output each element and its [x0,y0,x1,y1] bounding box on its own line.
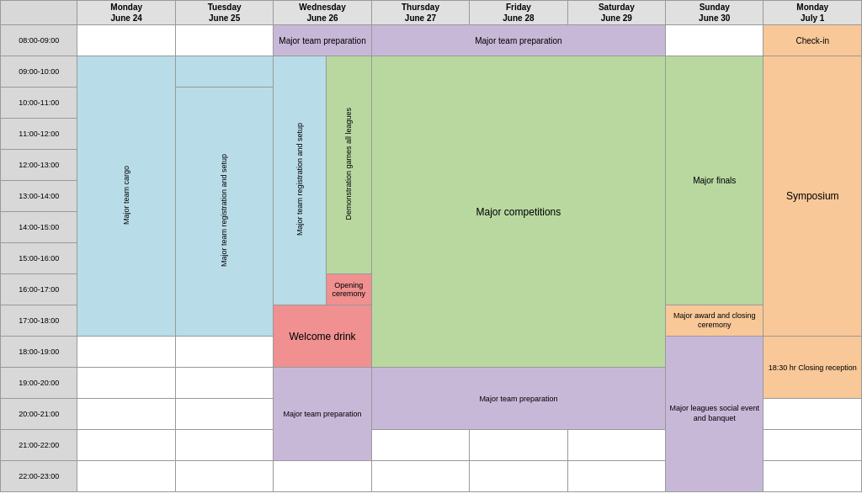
t-1700: 17:00-18:00 [1,305,77,337]
r13-fri28 [470,461,567,492]
t-2200: 22:00-23:00 [1,461,77,492]
wed-welcome-drink: Welcome drink [274,305,371,368]
t-2000: 20:00-21:00 [1,399,77,430]
t-1200: 12:00-13:00 [1,150,77,181]
hdr-mon1: Monday July 1 [764,1,862,25]
mon1-closing-rec: 18:30 hr Closing reception [764,337,862,399]
r13-thu27 [371,461,469,492]
r13-mon24 [77,461,175,492]
r9-mon24 [77,337,175,368]
r0-checkin: Check-in [764,25,862,56]
r11-mon1 [764,399,862,430]
r1-tue25-top [175,56,273,88]
r0-mon24 [77,25,175,56]
r12-sat29 [567,430,665,461]
r12-tue25 [175,430,273,461]
hdr-tue25: Tuesday June 25 [175,1,273,25]
r10-mon24 [77,368,175,399]
r13-mon1 [764,461,862,492]
wed-team-prep-late: Major team preparation [274,368,371,461]
r13-wed [274,461,371,492]
main-schedule: Monday June 24 Tuesday June 25 Wednesday… [0,0,862,492]
r0-tue25 [175,25,273,56]
r13-sat29 [567,461,665,492]
t-1300: 13:00-14:00 [1,181,77,212]
hdr-thu27: Thursday June 27 [371,1,469,25]
r12-mon24 [77,430,175,461]
tue25-reg: Major team registration and setup [175,88,273,337]
t-1500: 15:00-16:00 [1,243,77,274]
r11-mon24 [77,399,175,430]
t-2100: 21:00-22:00 [1,430,77,461]
hdr-sun30: Sunday June 30 [666,1,764,25]
hdr-mon24: Monday June 24 [77,1,175,25]
r0-wed-major-prep: Major team preparation [274,25,371,56]
corner-cell [1,1,77,25]
thu-fri-sat-prep-late: Major team preparation [371,368,665,430]
hdr-fri28: Friday June 28 [470,1,567,25]
major-competitions: Major competitions [371,56,665,368]
hdr-sat29: Saturday June 29 [567,1,665,25]
t-1800: 18:00-19:00 [1,337,77,368]
t-1600: 16:00-17:00 [1,274,77,305]
t-1900: 19:00-20:00 [1,368,77,399]
r11-tue25 [175,399,273,430]
t-0900: 09:00-10:00 [1,56,77,88]
hdr-wed26: Wednesday June 26 [274,1,371,25]
r10-tue25 [175,368,273,399]
t-1400: 14:00-15:00 [1,212,77,243]
r12-fri28 [470,430,567,461]
t-1100: 11:00-12:00 [1,119,77,150]
wed-demo-games: Demonstration games all leagues [326,56,371,274]
r13-tue25 [175,461,273,492]
sun30-award: Major award and closing ceremony [666,305,764,337]
wed-opening: Opening ceremony [326,274,371,305]
t-0800: 08:00-09:00 [1,25,77,56]
t-1000: 10:00-11:00 [1,88,77,119]
mon1-symposium: Symposium [764,56,862,337]
sun30-finals: Major finals [666,56,764,305]
r12-thu27 [371,430,469,461]
mon24-cargo: Major team cargo [77,56,175,337]
wed-reg-col1: Major team registration and setup [274,56,326,305]
r9-tue25 [175,337,273,368]
schedule-grid: Monday June 24 Tuesday June 25 Wednesday… [0,0,862,492]
r12-mon1 [764,430,862,461]
sun30-social: Major leagues social event and banquet [666,337,764,492]
r0-sun30 [666,25,764,56]
r0-thu-fri-sat-prep: Major team preparation [371,25,665,56]
